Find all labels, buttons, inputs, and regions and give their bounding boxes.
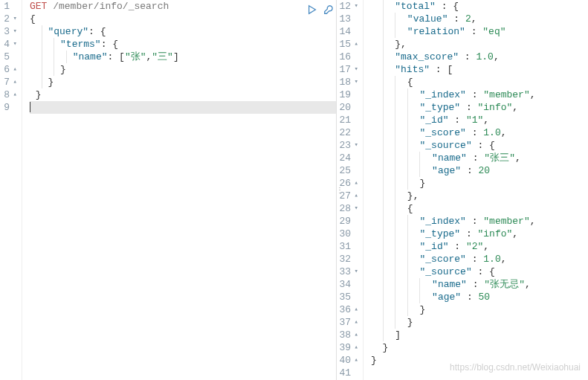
fold-marker[interactable]: ▾	[11, 38, 17, 51]
svg-marker-0	[309, 6, 316, 14]
request-code[interactable]: GET /member/info/_search{ "query": { "te…	[22, 0, 336, 380]
fold-marker[interactable]: ▴	[352, 329, 358, 341]
fold-marker[interactable]: ▾	[352, 139, 358, 152]
request-editor: 1 2▾3▾4▾5 6▴7▴8▴9 GET /member/info/_sear…	[0, 0, 337, 380]
fold-marker[interactable]: ▴	[352, 341, 358, 354]
line-gutter: 1 2▾3▾4▾5 6▴7▴8▴9	[0, 0, 22, 380]
run-icon[interactable]	[307, 4, 317, 18]
fold-marker[interactable]: ▾	[352, 202, 358, 215]
response-viewer: 12▾13 14 15▴16 17▾18▾19 20 21 22 23▾24 2…	[337, 0, 588, 380]
fold-marker[interactable]: ▾	[11, 13, 17, 25]
fold-marker[interactable]: ▾	[352, 0, 358, 13]
fold-marker[interactable]: ▴	[352, 316, 358, 329]
panel-resize-handle[interactable]: ⋮	[336, 186, 344, 195]
watermark: https://blog.csdn.net/Weixiaohuai	[450, 362, 581, 373]
fold-marker[interactable]: ▾	[352, 76, 358, 88]
fold-marker[interactable]: ▾	[352, 63, 358, 76]
fold-marker[interactable]: ▴	[11, 63, 17, 76]
fold-marker[interactable]: ▴	[11, 76, 17, 88]
fold-marker[interactable]: ▾	[352, 265, 358, 278]
response-code[interactable]: "total" : { "value" : 2, "relation" : "e…	[364, 0, 588, 380]
fold-marker[interactable]: ▾	[11, 25, 17, 38]
fold-marker[interactable]: ▴	[352, 303, 358, 316]
fold-marker[interactable]: ▴	[11, 88, 17, 101]
fold-marker[interactable]: ▴	[352, 177, 358, 190]
fold-marker[interactable]: ▴	[352, 38, 358, 51]
fold-marker[interactable]: ▴	[352, 190, 358, 202]
fold-marker[interactable]: ▴	[352, 354, 358, 367]
wrench-icon[interactable]	[323, 4, 334, 18]
